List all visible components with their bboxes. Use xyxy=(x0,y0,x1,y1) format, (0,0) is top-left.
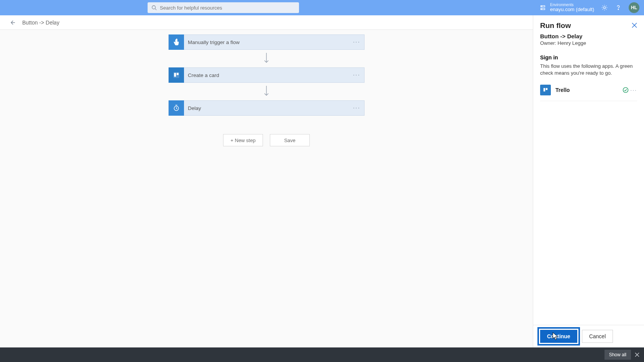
flow-column: Manually trigger a flow ··· Create a car… xyxy=(168,34,365,146)
svg-point-5 xyxy=(618,9,619,10)
search-box[interactable] xyxy=(148,2,299,13)
svg-point-3 xyxy=(542,9,542,9)
flow-canvas: Manually trigger a flow ··· Create a car… xyxy=(0,30,533,347)
trello-icon xyxy=(169,67,184,83)
panel-flow-name: Button -> Delay xyxy=(540,33,637,39)
panel-title: Run flow xyxy=(540,21,571,30)
panel-owner: Owner: Henry Legge xyxy=(540,40,637,46)
panel-footer: Continue Cancel xyxy=(533,325,644,347)
app-header: Environments enayu.com (default) HL xyxy=(0,0,644,15)
svg-rect-15 xyxy=(544,88,545,92)
more-icon[interactable]: ··· xyxy=(353,105,360,111)
continue-button[interactable]: Continue xyxy=(540,330,577,343)
save-button[interactable]: Save xyxy=(270,134,310,146)
step-label: Create a card xyxy=(188,72,219,78)
environment-icon xyxy=(539,4,546,11)
search-icon xyxy=(151,5,157,10)
env-label: Environments xyxy=(550,3,594,7)
flow-step-trigger[interactable]: Manually trigger a flow ··· xyxy=(168,34,365,50)
connection-name: Trello xyxy=(555,87,570,93)
step-label: Manually trigger a flow xyxy=(188,39,240,45)
back-arrow-icon[interactable] xyxy=(9,20,15,26)
close-icon[interactable] xyxy=(635,352,639,357)
more-icon[interactable]: ··· xyxy=(630,87,637,93)
connection-row: Trello ··· xyxy=(540,85,637,101)
flow-step-delay[interactable]: Delay ··· xyxy=(168,100,365,116)
arrow-down-icon xyxy=(263,85,270,98)
trello-icon xyxy=(540,85,551,95)
more-icon[interactable]: ··· xyxy=(353,72,360,79)
flow-step-create-card[interactable]: Create a card ··· xyxy=(168,67,365,83)
breadcrumb: Button -> Delay xyxy=(22,20,59,26)
svg-point-4 xyxy=(603,7,605,8)
more-icon[interactable]: ··· xyxy=(353,39,360,46)
close-icon[interactable] xyxy=(632,23,637,28)
bottom-bar: Show all xyxy=(0,347,644,362)
check-icon xyxy=(623,87,629,93)
timer-icon xyxy=(169,100,184,116)
new-step-button[interactable]: + New step xyxy=(223,134,263,146)
arrow-down-icon xyxy=(263,52,270,65)
svg-point-17 xyxy=(623,88,628,93)
step-label: Delay xyxy=(188,105,201,111)
env-name: enayu.com (default) xyxy=(550,7,594,12)
help-icon[interactable] xyxy=(615,4,622,11)
svg-rect-16 xyxy=(546,88,548,90)
svg-point-2 xyxy=(542,6,542,7)
run-flow-panel: Run flow Button -> Delay Owner: Henry Le… xyxy=(533,15,644,347)
search-input[interactable] xyxy=(160,5,295,11)
header-actions: Environments enayu.com (default) HL xyxy=(539,0,639,15)
canvas-actions: + New step Save xyxy=(223,134,310,146)
show-all-button[interactable]: Show all xyxy=(605,350,631,360)
touch-icon xyxy=(169,34,184,50)
gear-icon[interactable] xyxy=(601,4,608,11)
signin-desc: This flow uses the following apps. A gre… xyxy=(540,63,637,76)
svg-rect-9 xyxy=(174,73,176,77)
cancel-button[interactable]: Cancel xyxy=(582,330,613,343)
environment-picker[interactable]: Environments enayu.com (default) xyxy=(539,3,594,12)
svg-point-0 xyxy=(152,6,156,9)
signin-heading: Sign in xyxy=(540,54,637,61)
avatar[interactable]: HL xyxy=(629,2,639,13)
svg-line-1 xyxy=(155,9,157,10)
svg-rect-10 xyxy=(177,73,179,75)
